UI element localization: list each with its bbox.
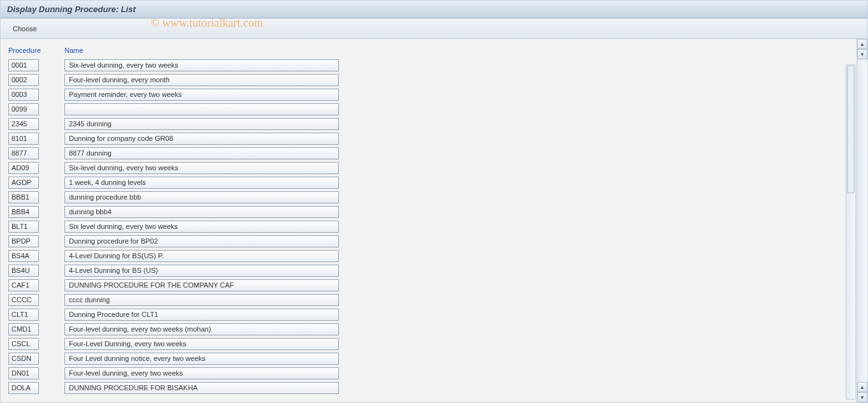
cell-procedure[interactable]: 8877 [8,147,39,159]
cell-name[interactable]: Four Level dunning notice, every two wee… [64,353,339,365]
table-header-row: Procedure Name [8,45,842,55]
cell-procedure[interactable]: 0001 [8,59,39,71]
cell-name[interactable]: Payment reminder, every two weeks [64,89,339,101]
cell-procedure[interactable]: AD09 [8,162,39,174]
cell-procedure[interactable]: CLT1 [8,309,39,321]
col-header-name[interactable]: Name [64,45,345,55]
cell-procedure[interactable]: BBB1 [8,191,39,203]
toolbar: Choose [1,18,867,39]
table-row[interactable]: 0099 [8,102,842,116]
cell-procedure[interactable]: 0099 [8,103,39,115]
app-window: Display Dunning Procedure: List Choose P… [0,0,868,403]
cell-name[interactable]: Six level dunning, every two weeks [64,221,339,233]
cell-procedure[interactable]: BS4U [8,265,39,277]
table-row[interactable]: CAF1DUNNING PROCEDURE FOR THE COMPANY CA… [8,278,842,292]
cell-procedure[interactable]: CCCC [8,294,39,306]
content-wrapper: Procedure Name 0001Six-level dunning, ev… [1,39,867,402]
table-row[interactable]: AD09Six-level dunning, every two weeks [8,161,842,175]
table-row[interactable]: 88778877 dunning [8,146,842,160]
cell-procedure[interactable]: 0002 [8,74,39,86]
cell-name[interactable]: DUNNING PROCEDURE FOR THE COMPANY CAF [64,279,339,291]
table-row[interactable]: BBB4dunning bbb4 [8,205,842,219]
table-row[interactable]: BS4U4-Level Dunning for BS (US) [8,263,842,277]
table-body: 0001Six-level dunning, every two weeks00… [8,58,842,395]
cell-name[interactable]: Six-level dunning, every two weeks [64,162,339,174]
col-header-procedure[interactable]: Procedure [8,45,64,55]
cell-name[interactable]: cccc dunning [64,294,339,306]
cell-procedure[interactable]: CMD1 [8,323,39,335]
table-row[interactable]: 0001Six-level dunning, every two weeks [8,58,842,72]
cell-procedure[interactable]: CSCL [8,338,39,350]
table-row[interactable]: CMD1Four-level dunning, every two weeks … [8,322,842,336]
inner-scrollbar-vertical[interactable] [846,64,856,400]
cell-procedure[interactable]: 8101 [8,133,39,145]
table-row[interactable]: BS4A4-Level Dunning for BS(US) P. [8,249,842,263]
cell-name[interactable]: Dunning Procedure for CLT1 [64,309,339,321]
table-row[interactable]: 0002Four-level dunning, every month [8,73,842,87]
cell-procedure[interactable]: BLT1 [8,221,39,233]
cell-procedure[interactable]: DN01 [8,367,39,379]
inner-scroll-thumb[interactable] [847,66,855,193]
scroll-up-icon[interactable]: ▼ [857,49,867,59]
table-row[interactable]: 2345 2345 dunning [8,117,842,131]
cell-procedure[interactable]: CSDN [8,353,39,365]
table-row[interactable]: DOLADUNNING PROCEDURE FOR BISAKHA [8,381,842,395]
table-row[interactable]: DN01Four-level dunning, every two weeks [8,366,842,380]
cell-procedure[interactable]: BS4A [8,250,39,262]
table-row[interactable]: BBB1dunning procedure bbb [8,190,842,204]
cell-name[interactable]: 1 week, 4 dunning levels [64,177,339,189]
choose-button[interactable]: Choose [7,22,43,36]
table-row[interactable]: CLT1Dunning Procedure for CLT1 [8,307,842,321]
cell-name[interactable]: Six-level dunning, every two weeks [64,59,339,71]
cell-name[interactable]: dunning procedure bbb [64,191,339,203]
cell-procedure[interactable]: BBB4 [8,206,39,218]
cell-name[interactable] [64,103,339,115]
title-bar: Display Dunning Procedure: List [1,1,867,18]
scroll-up-icon[interactable]: ▲ [857,39,867,49]
scroll-down-icon[interactable]: ▼ [857,392,867,402]
cell-procedure[interactable]: 2345 [8,118,39,130]
table-row[interactable]: CCCCcccc dunning [8,293,842,307]
table-row[interactable]: 0003Payment reminder, every two weeks [8,87,842,101]
table-row[interactable]: 8101Dunning for company code GR08 [8,131,842,145]
page-title: Display Dunning Procedure: List [7,4,136,14]
cell-procedure[interactable]: AGDP [8,177,39,189]
cell-name[interactable]: Four-level dunning, every month [64,74,339,86]
cell-name[interactable]: Four-level dunning, every two weeks [64,367,339,379]
cell-procedure[interactable]: 0003 [8,89,39,101]
cell-name[interactable]: dunning bbb4 [64,206,339,218]
cell-procedure[interactable]: CAF1 [8,279,39,291]
table-row[interactable]: BPDPDunning procedure for BP02 [8,234,842,248]
cell-name[interactable]: Dunning for company code GR08 [64,133,339,145]
cell-procedure[interactable]: BPDP [8,235,39,247]
table-row[interactable]: BLT1Six level dunning, every two weeks [8,219,842,233]
cell-name[interactable]: 4-Level Dunning for BS(US) P. [64,250,339,262]
table-row[interactable]: CSCLFour-Level Dunning, every two weeks [8,337,842,351]
scroll-down-icon[interactable]: ▲ [857,382,867,392]
cell-name[interactable]: Four-Level Dunning, every two weeks [64,338,339,350]
cell-procedure[interactable]: DOLA [8,382,39,394]
cell-name[interactable]: 2345 dunning [64,118,339,130]
cell-name[interactable]: DUNNING PROCEDURE FOR BISAKHA [64,382,339,394]
cell-name[interactable]: Four-level dunning, every two weeks (moh… [64,323,339,335]
cell-name[interactable]: 8877 dunning [64,147,339,159]
content-area: Procedure Name 0001Six-level dunning, ev… [1,39,867,402]
table-row[interactable]: CSDNFour Level dunning notice, every two… [8,351,842,365]
outer-scrollbar-vertical[interactable]: ▲ ▼ ▲ ▼ [857,39,867,402]
table-row[interactable]: AGDP1 week, 4 dunning levels [8,175,842,189]
cell-name[interactable]: 4-Level Dunning for BS (US) [64,265,339,277]
cell-name[interactable]: Dunning procedure for BP02 [64,235,339,247]
